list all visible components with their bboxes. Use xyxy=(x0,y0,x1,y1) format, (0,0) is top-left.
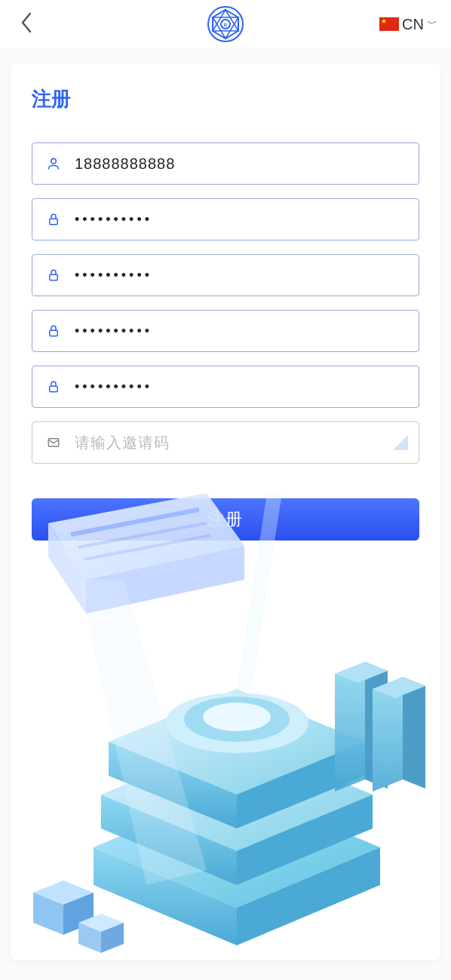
password-field-wrapper xyxy=(32,366,419,408)
svg-point-6 xyxy=(51,158,57,164)
svg-marker-30 xyxy=(335,662,365,792)
svg-marker-31 xyxy=(365,662,388,789)
language-selector[interactable]: CN ﹀ xyxy=(379,16,437,33)
svg-rect-8 xyxy=(50,274,58,280)
password-input-2[interactable] xyxy=(75,268,408,283)
phone-input[interactable] xyxy=(75,155,408,173)
invite-field-wrapper xyxy=(32,421,419,464)
password-input-1[interactable] xyxy=(75,212,408,228)
svg-marker-32 xyxy=(335,662,388,683)
decorative-illustration xyxy=(11,493,433,960)
page-title: 注册 xyxy=(32,86,419,112)
header-bar: B CN ﹀ xyxy=(0,0,451,48)
password-field-wrapper xyxy=(32,198,419,240)
svg-marker-39 xyxy=(78,914,124,932)
lock-icon xyxy=(43,268,64,283)
svg-rect-10 xyxy=(50,386,58,392)
svg-marker-37 xyxy=(33,893,63,935)
corner-triangle-icon xyxy=(393,435,408,450)
svg-marker-34 xyxy=(403,677,425,789)
svg-marker-25 xyxy=(109,742,237,828)
svg-marker-43 xyxy=(78,580,207,885)
password-input-3[interactable] xyxy=(75,323,408,339)
chevron-down-icon: ﹀ xyxy=(427,17,437,31)
page-body: 注册 xyxy=(0,48,451,971)
svg-text:B: B xyxy=(224,23,228,27)
svg-point-27 xyxy=(165,693,308,753)
svg-rect-7 xyxy=(50,219,58,225)
password-input-4[interactable] xyxy=(75,379,408,395)
lock-icon xyxy=(43,212,64,227)
lock-icon xyxy=(43,379,64,394)
invite-code-input[interactable] xyxy=(75,434,387,452)
phone-field-wrapper xyxy=(32,142,419,185)
language-label: CN xyxy=(402,16,424,33)
svg-point-28 xyxy=(184,697,290,742)
svg-marker-33 xyxy=(373,677,403,792)
svg-rect-9 xyxy=(50,330,58,336)
svg-marker-41 xyxy=(101,923,124,953)
svg-marker-23 xyxy=(237,795,373,885)
svg-marker-22 xyxy=(101,795,237,885)
svg-marker-38 xyxy=(63,893,94,935)
svg-marker-20 xyxy=(237,847,380,945)
svg-marker-36 xyxy=(33,880,94,905)
svg-marker-21 xyxy=(101,738,373,851)
svg-marker-26 xyxy=(237,742,365,828)
back-button[interactable] xyxy=(14,7,39,42)
register-button[interactable]: 注册 xyxy=(32,498,419,541)
svg-marker-40 xyxy=(78,923,101,953)
svg-marker-18 xyxy=(94,787,380,908)
app-logo: B xyxy=(207,5,244,43)
svg-marker-19 xyxy=(94,847,237,945)
chevron-left-icon xyxy=(20,11,33,34)
svg-marker-35 xyxy=(373,677,425,698)
password-field-wrapper xyxy=(32,310,419,352)
svg-marker-14 xyxy=(86,546,244,614)
password-field-wrapper xyxy=(32,254,419,296)
svg-marker-24 xyxy=(109,689,365,795)
envelope-icon xyxy=(43,436,64,449)
user-icon xyxy=(43,156,64,171)
lock-icon xyxy=(43,323,64,338)
register-card: 注册 xyxy=(11,63,440,960)
flag-icon xyxy=(379,17,399,31)
svg-point-29 xyxy=(203,703,271,731)
